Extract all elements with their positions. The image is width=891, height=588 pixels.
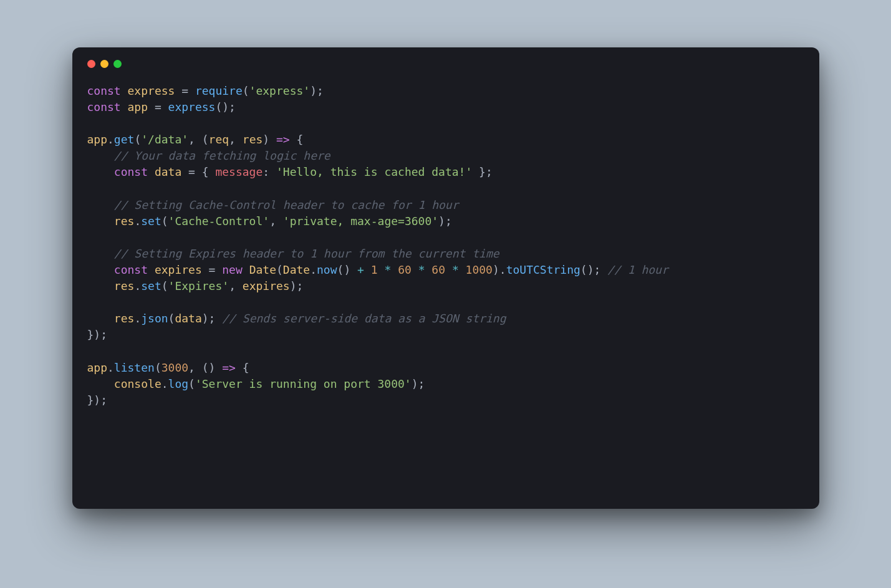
type: Date [249,263,276,276]
arrow: => [276,133,290,146]
string: 'express' [249,84,311,97]
space [412,263,418,276]
number: 3000 [161,361,188,374]
identifier: expires [155,263,202,276]
punct: () [337,263,351,276]
punct: ). [493,263,506,276]
punct: , [269,214,283,228]
punct: . [107,133,114,146]
identifier: express [128,84,175,97]
code-block: const express = require('express'); cons… [87,83,804,408]
operator: = [202,263,223,276]
string: 'Hello, this is cached data!' [276,165,472,178]
identifier: expires [243,279,290,292]
space [445,263,452,276]
punct: , [229,279,243,292]
space [350,263,357,276]
punct: : [262,165,276,178]
string: 'Cache-Control' [168,214,270,228]
operator: = [148,100,168,113]
identifier: res [114,312,135,325]
punct: , () [188,361,222,374]
property: message [215,165,262,178]
arrow: => [222,361,236,374]
identifier: res [114,214,135,228]
space [425,263,432,276]
punct: ( [168,312,175,325]
punct: ( [276,263,283,276]
function: toUTCString [506,263,580,276]
punct: { [290,133,304,146]
punct: ( [161,214,168,228]
string: 'Server is running on port 3000' [195,377,412,390]
keyword: const [114,263,148,276]
punct: ); [202,312,216,325]
space [391,263,398,276]
punct: ( [188,377,195,390]
function: set [141,214,161,228]
number: 60 [398,263,412,276]
number: 1 [371,263,378,276]
punct: , [229,133,243,146]
punct: }); [87,393,108,407]
string: 'Expires' [168,279,229,292]
punct: ); [438,214,452,228]
punct: . [161,377,168,390]
function: set [141,279,161,292]
space [364,263,371,276]
punct: ( [161,279,168,292]
punct: . [134,312,141,325]
punct: }; [472,165,493,178]
space [600,263,607,276]
function: json [141,312,168,325]
keyword: const [87,84,121,97]
keyword: const [114,165,148,178]
punct: , ( [188,133,209,146]
identifier: app [87,133,108,146]
window-controls [87,60,804,68]
punct: ); [290,279,304,292]
punct: ( [243,84,249,97]
function: log [168,377,189,390]
close-icon[interactable] [87,60,95,68]
punct: }); [87,328,108,341]
punct: ) [262,133,276,146]
operator: = { [181,165,215,178]
punct: . [310,263,317,276]
space [243,263,249,276]
zoom-icon[interactable] [113,60,122,68]
function: express [168,100,216,113]
identifier: data [155,165,181,178]
punct: . [134,214,141,228]
string: 'private, max-age=3600' [283,214,438,228]
space [459,263,466,276]
identifier: app [128,100,148,113]
operator: * [452,263,459,276]
punct: ( [134,133,141,146]
identifier: console [114,377,161,390]
punct: { [236,361,249,374]
operator: + [357,263,364,276]
space [378,263,385,276]
comment: // Setting Expires header to 1 hour from… [114,247,499,260]
function: get [114,133,135,146]
number: 60 [431,263,445,276]
comment: // Sends server-side data as a JSON stri… [222,312,506,325]
operator: * [418,263,425,276]
keyword: new [222,263,243,276]
number: 1000 [466,263,493,276]
punct: ); [412,377,425,390]
space [215,312,222,325]
comment: // Setting Cache-Control header to cache… [114,198,459,211]
operator: * [384,263,391,276]
identifier: res [114,279,135,292]
punct: ( [155,361,161,374]
code-editor-window: const express = require('express'); cons… [72,47,819,509]
function: now [317,263,337,276]
identifier: res [243,133,263,146]
string: '/data' [141,133,188,146]
identifier: req [209,133,229,146]
minimize-icon[interactable] [100,60,108,68]
keyword: const [87,100,121,113]
function: listen [114,361,155,374]
